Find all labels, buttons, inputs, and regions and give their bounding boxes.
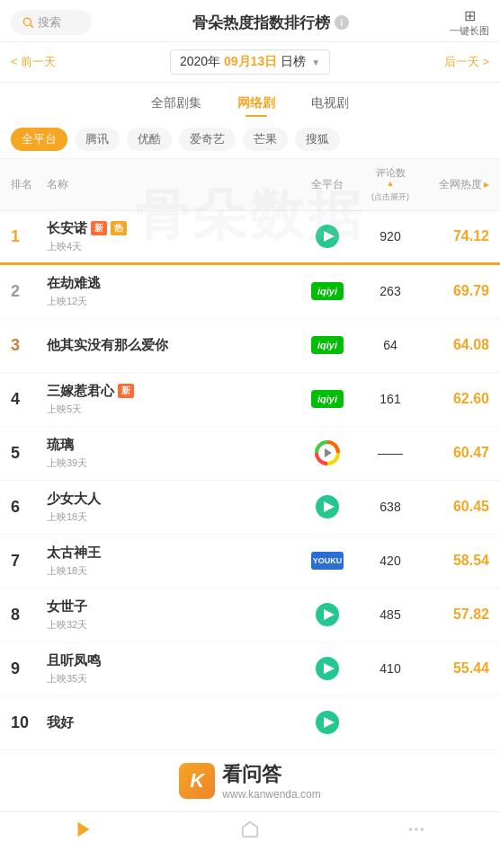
bottom-nav-home[interactable] — [240, 819, 260, 839]
rank-number: 6 — [11, 498, 47, 517]
review-count: 920 — [354, 229, 426, 244]
table-row[interactable]: 4三嫁惹君心新上映5天iqiyi16162.60 — [0, 373, 500, 427]
show-info: 少女大人上映18天 — [47, 491, 300, 524]
iqiyi-icon: iqiyi — [311, 336, 344, 354]
review-count: —— — [354, 446, 426, 460]
kanwenda-logo: K 看问答 www.kanwenda.com — [179, 761, 320, 801]
table-row[interactable]: 2在劫难逃上映12天iqiyi26369.79 — [0, 265, 500, 319]
platform-all[interactable]: 全平台 — [11, 128, 67, 151]
prev-day-button[interactable]: < 前一天 — [11, 54, 56, 70]
iqiyi-icon: iqiyi — [311, 282, 344, 300]
tencent-icon — [314, 601, 341, 628]
platform-logo — [300, 709, 354, 736]
show-title: 女世子 — [47, 598, 87, 616]
one-click-chart[interactable]: ⊞ 一键长图 — [450, 7, 489, 38]
show-days: 上映32天 — [47, 618, 300, 632]
table-row[interactable]: 10我好 — [0, 696, 500, 750]
show-badge: 新 — [91, 221, 107, 235]
table-row[interactable]: 7太古神王上映18天YOUKU42058.54 — [0, 535, 500, 589]
review-count: 485 — [354, 607, 426, 622]
chevron-down-icon: ▼ — [311, 58, 320, 67]
show-info: 在劫难逃上映12天 — [47, 275, 300, 308]
platform-logo: iqiyi — [300, 336, 354, 354]
table-row[interactable]: 5琉璃上映39天 ——60.47 — [0, 427, 500, 481]
platform-sohu[interactable]: 搜狐 — [295, 128, 340, 151]
table-row[interactable]: 6少女大人上映18天 63860.45 — [0, 481, 500, 535]
show-info: 三嫁惹君心新上映5天 — [47, 383, 300, 416]
review-count: 420 — [354, 554, 426, 568]
show-days: 上映35天 — [47, 672, 300, 686]
review-count: 64 — [354, 338, 426, 352]
bottom-nav-more[interactable] — [406, 819, 426, 839]
tab-tv-dramas[interactable]: 电视剧 — [293, 92, 367, 115]
k-brand-icon: K — [179, 763, 215, 799]
col-name-header: 名称 — [47, 177, 300, 192]
rank-number: 7 — [11, 552, 47, 571]
date-selector[interactable]: 2020年 09月13日 日榜 ▼ — [170, 49, 330, 75]
show-title: 在劫难逃 — [47, 275, 101, 292]
platform-tencent[interactable]: 腾讯 — [75, 128, 120, 151]
heat-value: 69.79 — [426, 283, 489, 299]
home-nav-icon — [240, 819, 260, 839]
show-title: 他其实没有那么爱你 — [47, 337, 168, 354]
sort-heat-icon: ▶ — [484, 181, 489, 189]
table-row[interactable]: 1长安诺新热上映4天 92074.12 — [0, 211, 500, 265]
search-box[interactable]: 搜索 — [11, 10, 92, 35]
heat-value: 62.60 — [426, 391, 489, 407]
show-info: 琉璃上映39天 — [47, 437, 300, 470]
col-heat-header[interactable]: 全网热度 ▶ — [426, 177, 489, 192]
sort-desc-icon: ▲ — [354, 179, 426, 190]
tencent-icon — [314, 493, 341, 520]
chart-icon: ⊞ — [464, 7, 476, 24]
show-days: 上映4天 — [47, 240, 300, 253]
platform-logo — [300, 438, 354, 467]
show-days: 上映18天 — [47, 564, 300, 578]
table-row[interactable]: 3他其实没有那么爱你iqiyi6464.08 — [0, 319, 500, 373]
date-navigation: < 前一天 2020年 09月13日 日榜 ▼ 后一天 > — [0, 42, 500, 83]
svg-point-15 — [409, 828, 413, 831]
platform-youku[interactable]: 优酷 — [127, 128, 172, 151]
rank-number: 3 — [11, 336, 47, 355]
platform-mango[interactable]: 芒果 — [243, 128, 288, 151]
heat-value: 64.08 — [426, 337, 489, 353]
platform-logo — [300, 223, 354, 250]
show-info: 太古神王上映18天 — [47, 545, 300, 578]
show-badge: 新 — [118, 384, 134, 398]
show-badge: 热 — [111, 221, 127, 235]
show-info: 我好 — [47, 714, 300, 731]
heat-value: 60.47 — [426, 445, 489, 461]
review-count: 263 — [354, 284, 426, 298]
show-days: 上映5天 — [47, 403, 300, 416]
rank-number: 9 — [11, 660, 47, 678]
show-title: 长安诺 — [47, 220, 87, 237]
review-count: 410 — [354, 661, 426, 676]
tencent-icon — [314, 223, 341, 250]
info-icon[interactable]: i — [335, 15, 349, 30]
svg-point-16 — [415, 828, 418, 831]
more-nav-icon — [406, 819, 426, 839]
show-days: 上映12天 — [47, 295, 300, 308]
show-title: 三嫁惹君心 — [47, 383, 114, 400]
tab-web-dramas[interactable]: 网络剧 — [219, 92, 293, 115]
svg-marker-5 — [325, 448, 332, 457]
table-row[interactable]: 9且听凤鸣上映35天 41055.44 — [0, 642, 500, 696]
rankings-table: 1长安诺新热上映4天 92074.122在劫难逃上映12天iqiyi26369.… — [0, 211, 500, 750]
show-info: 且听凤鸣上映35天 — [47, 652, 300, 686]
tab-all-dramas[interactable]: 全部剧集 — [133, 92, 219, 115]
table-header: 排名 名称 全平台 评论数 ▲ (点击展开) 全网热度 ▶ — [0, 159, 500, 211]
platform-iqiyi[interactable]: 爱奇艺 — [179, 128, 236, 151]
bottom-navigation — [0, 811, 500, 846]
review-count: 638 — [354, 500, 426, 514]
bottom-nav-play[interactable] — [74, 819, 94, 839]
rank-number: 10 — [11, 713, 47, 732]
iqiyi-icon: iqiyi — [311, 390, 344, 408]
rank-number: 5 — [11, 444, 47, 463]
show-title: 我好 — [47, 714, 74, 731]
table-row[interactable]: 8女世子上映32天 48557.82 — [0, 589, 500, 642]
col-rank-header: 排名 — [11, 177, 47, 192]
platform-logo: iqiyi — [300, 390, 354, 408]
next-day-button[interactable]: 后一天 > — [444, 54, 489, 70]
platform-logo — [300, 493, 354, 520]
platform-logo — [300, 655, 354, 682]
show-title: 太古神王 — [47, 545, 101, 562]
